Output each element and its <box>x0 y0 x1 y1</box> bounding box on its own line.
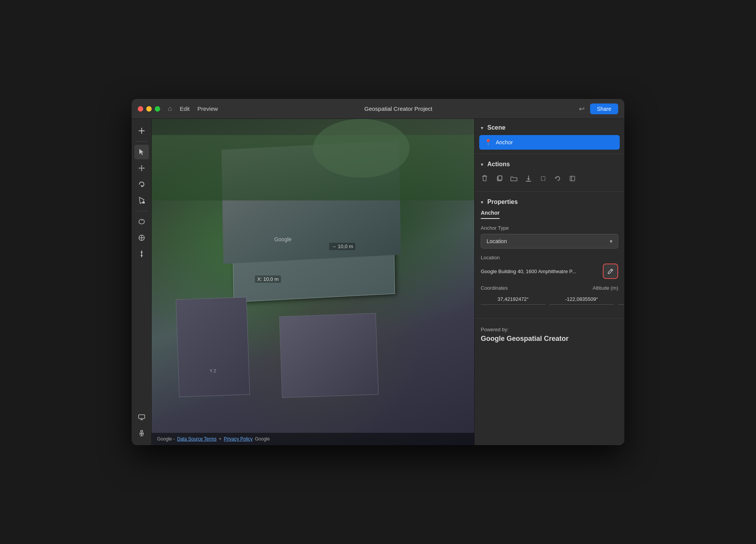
folder-action-icon[interactable] <box>510 175 518 184</box>
undo-button[interactable]: ↩ <box>579 105 585 113</box>
viewport-footer: Google - Data Source Terms + Privacy Pol… <box>152 433 474 445</box>
select-tool[interactable] <box>134 145 149 159</box>
title-bar: ⌂ Edit Preview Geospatial Creator Projec… <box>132 99 624 119</box>
toolbar-divider-1 <box>135 141 148 142</box>
properties-chevron-icon: ▾ <box>481 199 483 205</box>
svg-rect-7 <box>142 202 145 204</box>
altitude-label: Altitude (m) <box>593 285 618 291</box>
svg-line-8 <box>142 220 142 221</box>
home-icon[interactable]: ⌂ <box>168 105 172 113</box>
window-controls <box>138 106 160 112</box>
move-tool[interactable] <box>134 161 149 175</box>
edit-location-button[interactable] <box>603 264 618 279</box>
minimize-button[interactable] <box>146 106 152 112</box>
svg-rect-32 <box>570 176 575 181</box>
coordinates-label: Coordinates <box>481 285 508 291</box>
svg-rect-15 <box>139 415 145 419</box>
select-chevron-icon: ▾ <box>610 238 612 244</box>
location-value: Google Building 40, 1600 Amphitheatre P.… <box>481 269 599 274</box>
share-button[interactable]: Share <box>590 103 618 114</box>
actions-chevron-icon: ▾ <box>481 162 483 167</box>
footer-plus: + <box>219 436 222 442</box>
scene-chevron-icon: ▾ <box>481 125 483 131</box>
app-window: ⌂ Edit Preview Geospatial Creator Projec… <box>132 99 624 445</box>
title-bar-left: ⌂ Edit Preview <box>168 105 218 113</box>
data-source-terms-link[interactable]: Data Source Terms <box>177 436 217 442</box>
properties-section-header[interactable]: ▾ Properties <box>475 193 624 209</box>
anchor-type-select[interactable]: Location ▾ <box>481 234 618 249</box>
copy-action-icon[interactable] <box>495 175 503 184</box>
scene-section-header[interactable]: ▾ Scene <box>475 119 624 135</box>
latitude-input[interactable] <box>481 294 545 305</box>
screen-tool[interactable] <box>134 410 149 424</box>
coordinates-section: Coordinates Altitude (m) <box>481 285 618 305</box>
import-action-icon[interactable] <box>525 175 532 184</box>
transform-tool[interactable] <box>134 230 149 245</box>
lasso-tool[interactable] <box>134 214 149 229</box>
trees-cluster <box>313 119 410 178</box>
footer-text: Google - <box>157 436 175 442</box>
preview-menu[interactable]: Preview <box>197 105 218 112</box>
properties-section-title: Properties <box>487 199 518 205</box>
google-sign-on-map: Google <box>274 236 291 242</box>
svg-marker-2 <box>139 149 144 155</box>
longitude-input[interactable] <box>549 294 614 305</box>
right-panel: ▾ Scene 📍 Anchor ▾ Actions <box>474 119 624 445</box>
undo-action-icon[interactable] <box>554 175 562 184</box>
title-bar-right: ↩ Share <box>579 103 618 114</box>
svg-marker-13 <box>140 251 143 253</box>
powered-by-title: Google Geospatial Creator <box>481 335 618 343</box>
anchor-scene-label: Anchor <box>496 139 513 145</box>
anchor-type-label: Anchor Type <box>481 225 618 231</box>
coordinates-inputs <box>481 294 618 305</box>
crop-action-icon[interactable] <box>539 175 547 184</box>
panel-divider-1 <box>475 154 624 154</box>
maximize-button[interactable] <box>155 106 160 112</box>
dimension-x-label: X: 10,0 m <box>255 275 281 283</box>
svg-line-34 <box>611 270 612 271</box>
powered-by-section: Powered by: Google Geospatial Creator <box>475 319 624 347</box>
map-view: X: 10,0 m → 10,0 m Google Y Z <box>152 119 474 445</box>
location-row: Google Building 40, 1600 Amphitheatre P.… <box>481 264 618 279</box>
anchor-scene-item[interactable]: 📍 Anchor <box>479 135 620 150</box>
building-annex <box>279 313 379 398</box>
building-small <box>176 297 250 397</box>
panel-divider-2 <box>475 191 624 192</box>
svg-marker-31 <box>555 177 557 179</box>
svg-marker-14 <box>140 255 143 257</box>
location-field-label: Location <box>481 255 618 260</box>
anchor-location-icon: 📍 <box>485 139 492 146</box>
actions-section-header[interactable]: ▾ Actions <box>475 155 624 172</box>
run-tool[interactable] <box>134 426 149 441</box>
extrude-tool[interactable] <box>134 247 149 261</box>
properties-content: Anchor Anchor Type Location ▾ Location G… <box>475 209 624 319</box>
axis-indicator: Y Z <box>210 369 216 373</box>
coordinates-header: Coordinates Altitude (m) <box>481 285 618 291</box>
select-region-tool[interactable] <box>134 193 149 208</box>
actions-toolbar <box>475 172 624 190</box>
svg-line-20 <box>142 435 142 436</box>
anchor-type-value: Location <box>487 238 507 244</box>
powered-by-label: Powered by: <box>481 327 618 332</box>
toolbar-divider-2 <box>135 211 148 211</box>
scene-section-title: Scene <box>487 124 505 131</box>
main-content: X: 10,0 m → 10,0 m Google Y Z Google - D… <box>132 119 624 445</box>
redo-action-icon[interactable] <box>569 175 576 184</box>
rotate-tool[interactable] <box>134 177 149 192</box>
svg-rect-21 <box>483 176 486 181</box>
add-button[interactable] <box>134 123 149 138</box>
altitude-input[interactable] <box>618 294 624 305</box>
dimension-y-label: → 10,0 m <box>329 243 355 250</box>
footer-google: Google <box>255 436 270 442</box>
viewport[interactable]: X: 10,0 m → 10,0 m Google Y Z Google - D… <box>152 119 474 445</box>
location-section: Location Google Building 40, 1600 Amphit… <box>481 255 618 279</box>
svg-rect-30 <box>541 177 545 180</box>
edit-menu[interactable]: Edit <box>180 105 190 112</box>
svg-marker-28 <box>527 179 530 180</box>
delete-action-icon[interactable] <box>481 175 488 184</box>
privacy-policy-link[interactable]: Privacy Policy <box>224 436 253 442</box>
window-title: Geospatial Creator Project <box>218 105 579 112</box>
actions-section-title: Actions <box>487 161 510 168</box>
close-button[interactable] <box>138 106 143 112</box>
svg-rect-25 <box>498 176 502 180</box>
